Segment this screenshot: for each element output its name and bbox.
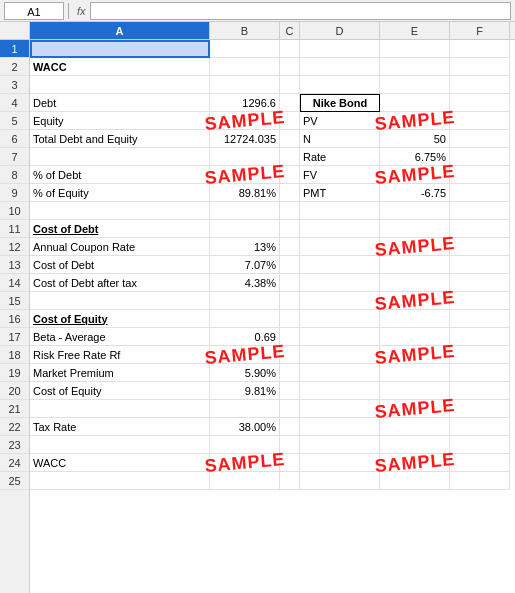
cell-12-D[interactable]: [300, 238, 380, 256]
cell-1-C[interactable]: [280, 40, 300, 58]
cell-14-F[interactable]: [450, 274, 510, 292]
cell-5-A[interactable]: Equity: [30, 112, 210, 130]
cell-21-E[interactable]: SAMPLE: [380, 400, 450, 418]
cell-12-C[interactable]: [280, 238, 300, 256]
cell-9-D[interactable]: PMT: [300, 184, 380, 202]
cell-10-F[interactable]: [450, 202, 510, 220]
cell-10-E[interactable]: [380, 202, 450, 220]
cell-24-E[interactable]: SAMPLE: [380, 454, 450, 472]
cell-14-B[interactable]: 4.38%: [210, 274, 280, 292]
col-header-b[interactable]: B: [210, 22, 280, 39]
cell-13-A[interactable]: Cost of Debt: [30, 256, 210, 274]
cell-24-A[interactable]: WACC: [30, 454, 210, 472]
cell-23-F[interactable]: [450, 436, 510, 454]
cell-5-D[interactable]: PV: [300, 112, 380, 130]
cell-21-B[interactable]: [210, 400, 280, 418]
cell-23-A[interactable]: [30, 436, 210, 454]
cell-11-C[interactable]: [280, 220, 300, 238]
cell-24-D[interactable]: [300, 454, 380, 472]
cell-19-A[interactable]: Market Premium: [30, 364, 210, 382]
cell-7-E[interactable]: 6.75%: [380, 148, 450, 166]
cell-11-F[interactable]: [450, 220, 510, 238]
cell-22-A[interactable]: Tax Rate: [30, 418, 210, 436]
cell-5-C[interactable]: [280, 112, 300, 130]
cell-15-B[interactable]: [210, 292, 280, 310]
cell-10-B[interactable]: [210, 202, 280, 220]
cell-25-A[interactable]: [30, 472, 210, 490]
cell-17-E[interactable]: [380, 328, 450, 346]
cell-9-E[interactable]: -6.75: [380, 184, 450, 202]
cell-7-F[interactable]: [450, 148, 510, 166]
col-header-f[interactable]: F: [450, 22, 510, 39]
cell-22-C[interactable]: [280, 418, 300, 436]
cell-15-F[interactable]: [450, 292, 510, 310]
cell-25-C[interactable]: [280, 472, 300, 490]
cell-21-F[interactable]: [450, 400, 510, 418]
cell-9-C[interactable]: [280, 184, 300, 202]
cell-21-D[interactable]: [300, 400, 380, 418]
cell-7-C[interactable]: [280, 148, 300, 166]
cell-9-A[interactable]: % of Equity: [30, 184, 210, 202]
cell-6-B[interactable]: 12724.035: [210, 130, 280, 148]
cell-18-B[interactable]: SAMPLE: [210, 346, 280, 364]
cell-2-F[interactable]: [450, 58, 510, 76]
cell-1-F[interactable]: [450, 40, 510, 58]
cell-11-E[interactable]: [380, 220, 450, 238]
cell-18-F[interactable]: [450, 346, 510, 364]
cell-7-D[interactable]: Rate: [300, 148, 380, 166]
cell-2-C[interactable]: [280, 58, 300, 76]
cell-5-E[interactable]: SAMPLE: [380, 112, 450, 130]
cell-7-A[interactable]: [30, 148, 210, 166]
col-header-d[interactable]: D: [300, 22, 380, 39]
cell-18-E[interactable]: SAMPLE: [380, 346, 450, 364]
cell-24-C[interactable]: [280, 454, 300, 472]
cell-13-D[interactable]: [300, 256, 380, 274]
cell-2-E[interactable]: [380, 58, 450, 76]
cell-13-F[interactable]: [450, 256, 510, 274]
cell-19-B[interactable]: 5.90%: [210, 364, 280, 382]
cell-19-F[interactable]: [450, 364, 510, 382]
cell-15-E[interactable]: SAMPLE: [380, 292, 450, 310]
cell-14-C[interactable]: [280, 274, 300, 292]
cell-8-F[interactable]: [450, 166, 510, 184]
cell-12-B[interactable]: 13%: [210, 238, 280, 256]
cell-1-B[interactable]: [210, 40, 280, 58]
cell-3-B[interactable]: [210, 76, 280, 94]
cell-2-D[interactable]: [300, 58, 380, 76]
cell-3-D[interactable]: [300, 76, 380, 94]
cell-13-C[interactable]: [280, 256, 300, 274]
cell-1-D[interactable]: [300, 40, 380, 58]
cell-17-A[interactable]: Beta - Average: [30, 328, 210, 346]
cell-16-E[interactable]: [380, 310, 450, 328]
cell-18-C[interactable]: [280, 346, 300, 364]
cell-3-F[interactable]: [450, 76, 510, 94]
cell-10-D[interactable]: [300, 202, 380, 220]
cell-12-E[interactable]: SAMPLE: [380, 238, 450, 256]
cell-6-F[interactable]: [450, 130, 510, 148]
cell-12-A[interactable]: Annual Coupon Rate: [30, 238, 210, 256]
cell-10-C[interactable]: [280, 202, 300, 220]
cell-14-E[interactable]: [380, 274, 450, 292]
cell-19-E[interactable]: [380, 364, 450, 382]
cell-13-B[interactable]: 7.07%: [210, 256, 280, 274]
cell-6-A[interactable]: Total Debt and Equity: [30, 130, 210, 148]
cell-4-D[interactable]: Nike Bond: [300, 94, 380, 112]
cell-12-F[interactable]: [450, 238, 510, 256]
cell-14-D[interactable]: [300, 274, 380, 292]
name-box[interactable]: A1: [4, 2, 64, 20]
cell-11-D[interactable]: [300, 220, 380, 238]
cell-25-E[interactable]: [380, 472, 450, 490]
cell-22-F[interactable]: [450, 418, 510, 436]
cell-4-B[interactable]: 1296.6: [210, 94, 280, 112]
cell-15-C[interactable]: [280, 292, 300, 310]
cell-24-F[interactable]: [450, 454, 510, 472]
cell-23-D[interactable]: [300, 436, 380, 454]
cell-8-A[interactable]: % of Debt: [30, 166, 210, 184]
cell-20-A[interactable]: Cost of Equity: [30, 382, 210, 400]
formula-bar[interactable]: [90, 2, 511, 20]
cell-18-A[interactable]: Risk Free Rate Rf: [30, 346, 210, 364]
col-header-c[interactable]: C: [280, 22, 300, 39]
cell-9-F[interactable]: [450, 184, 510, 202]
cell-3-C[interactable]: [280, 76, 300, 94]
cell-16-C[interactable]: [280, 310, 300, 328]
